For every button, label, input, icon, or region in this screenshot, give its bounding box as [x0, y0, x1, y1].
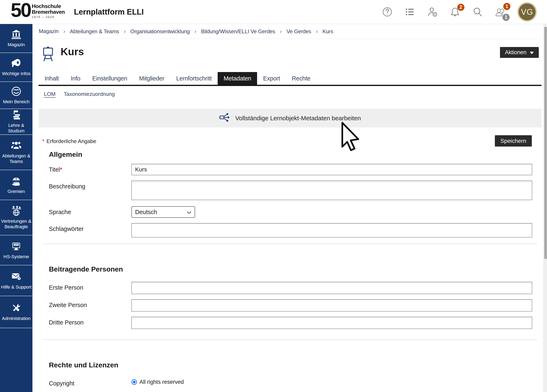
logo-line1: Hochschule	[32, 3, 65, 9]
sidebar-item-mein-bereich[interactable]: Mein Bereich	[0, 82, 33, 109]
erste-person-label: Erste Person	[39, 282, 131, 294]
zweite-person-label: Zweite Person	[39, 299, 131, 311]
edit-full-metadata-banner[interactable]: Vollständige Lernobjekt-Metadaten bearbe…	[39, 109, 541, 128]
section-divider	[43, 244, 537, 244]
breadcrumb-link[interactable]: Organisationsentwicklung	[130, 28, 190, 34]
page-title: Kurs	[61, 46, 84, 58]
sidebar-item-abteilungen-teams[interactable]: Abteilungen & Teams	[0, 135, 33, 170]
logo-50: 50	[11, 2, 31, 19]
sprache-selected-value: Deutsch	[135, 209, 157, 216]
globe-people-icon	[11, 205, 21, 216]
sidebar-item-label: Mein Bereich	[3, 99, 30, 105]
banner-label: Vollständige Lernobjekt-Metadaten bearbe…	[235, 115, 361, 122]
breadcrumb-link[interactable]: Abteilungen & Teams	[70, 28, 119, 34]
section-heading-beitragende: Beitragende Personen	[49, 265, 541, 273]
schlagwoerter-input[interactable]	[131, 223, 532, 237]
subtab-taxonomiezuordnung[interactable]: Taxonomiezuordnung	[64, 91, 115, 97]
sidebar-item-label: Hilfe & Support	[1, 284, 32, 290]
subtab-bar: LOM Taxonomiezuordnung	[44, 91, 541, 97]
sidebar-item-label: Magazin	[7, 42, 25, 48]
actions-button[interactable]: Aktionen	[500, 47, 539, 58]
logo-years: 1975 – 2025	[32, 15, 65, 19]
committee-icon	[11, 176, 21, 186]
form-row-erste-person: Erste Person	[39, 282, 541, 294]
tab-info[interactable]: Info	[65, 72, 86, 85]
required-asterisk: *	[42, 138, 44, 144]
tab-inhalt[interactable]: Inhalt	[39, 72, 65, 85]
form-row-schlagwoerter: Schlagwörter	[39, 223, 541, 237]
sidebar-item-label: Abteilungen & Teams	[0, 153, 33, 164]
form-meta-row: *Erforderliche Angabe Speichern	[39, 135, 541, 147]
user-status-icon[interactable]	[427, 7, 438, 17]
search-icon[interactable]	[472, 7, 483, 17]
help-icon[interactable]	[382, 7, 393, 17]
main-area: Magazin Abteilungen & Teams Organisation…	[33, 24, 544, 392]
breadcrumb-link[interactable]: Ve Gerdes	[287, 28, 311, 34]
save-button[interactable]: Speichern	[495, 135, 532, 147]
zweite-person-input[interactable]	[131, 299, 532, 311]
sidebar-item-label: Gremien	[7, 189, 26, 194]
breadcrumb-current[interactable]: Kurs	[322, 28, 333, 34]
hochschule-bremerhaven-logo[interactable]: 50 Hochschule Bremerhaven 1975 – 2025	[11, 2, 65, 19]
tab-einstellungen[interactable]: Einstellungen	[86, 72, 133, 85]
scrollbar-thumb[interactable]	[544, 27, 547, 259]
beschreibung-textarea[interactable]	[131, 181, 532, 200]
dritte-person-input[interactable]	[131, 317, 532, 329]
smiley-icon	[11, 86, 21, 97]
tab-bar: Inhalt Info Einstellungen Mitglieder Ler…	[39, 72, 541, 86]
sidebar-item-label: Administration	[1, 316, 31, 321]
monitor-icon	[11, 241, 21, 252]
form-row-copyright: Copyright All rights reserved	[39, 378, 541, 387]
svg-text:?: ?	[18, 277, 20, 280]
section-heading-rechte: Rechte und Lizenzen	[49, 361, 541, 369]
megaphone-icon	[11, 58, 21, 68]
tools-icon	[11, 303, 21, 313]
subtab-lom[interactable]: LOM	[44, 91, 55, 97]
tab-rechte[interactable]: Rechte	[286, 72, 316, 85]
sidebar-item-label: Vertretungen & Beauftragte	[0, 219, 33, 230]
tab-mitglieder[interactable]: Mitglieder	[133, 72, 171, 85]
sidebar-item-label: Lehre & Studium	[0, 123, 33, 134]
tab-metadaten[interactable]: Metadaten	[218, 72, 257, 85]
sidebar: Magazin Wichtige Infos Mein Bereich Lehr…	[0, 24, 33, 392]
people-group-icon	[11, 140, 21, 151]
titel-input[interactable]	[131, 164, 532, 175]
sidebar-item-vertretungen-beauftragte[interactable]: Vertretungen & Beauftragte	[0, 200, 33, 235]
contacts-icon[interactable]: 1 1	[495, 7, 506, 17]
app-window: 50 Hochschule Bremerhaven 1975 – 2025 Le…	[0, 0, 547, 392]
sidebar-item-hilfe-support[interactable]: ? Hilfe & Support	[0, 265, 33, 296]
sidebar-item-magazin[interactable]: Magazin	[0, 24, 33, 53]
form-row-zweite-person: Zweite Person	[39, 299, 541, 311]
beschreibung-label: Beschreibung	[39, 181, 131, 201]
form-row-titel: Titel*	[39, 164, 541, 175]
avatar[interactable]: VG	[517, 2, 537, 21]
sidebar-item-hs-systeme[interactable]: HS-Systeme	[0, 235, 33, 265]
sidebar-item-lehre-studium[interactable]: Lehre & Studium	[0, 109, 33, 135]
logo-line2: Bremerhaven	[32, 9, 65, 15]
schlagwoerter-label: Schlagwörter	[39, 223, 131, 237]
copyright-radio-selected[interactable]	[131, 379, 137, 385]
app-title: Lernplattform ELLI	[74, 7, 144, 16]
dritte-person-label: Dritte Person	[39, 317, 131, 329]
notifications-bell-icon[interactable]: 2	[450, 7, 460, 17]
breadcrumb-link[interactable]: Magazin	[39, 28, 59, 34]
todo-list-icon[interactable]	[404, 7, 415, 17]
scrollbar-track[interactable]	[544, 24, 547, 392]
tab-export[interactable]: Export	[257, 72, 286, 85]
sidebar-item-label: HS-Systeme	[3, 254, 29, 260]
sidebar-item-gremien[interactable]: Gremien	[0, 170, 33, 200]
sidebar-item-label: Wichtige Infos	[2, 71, 31, 77]
chevron-down-icon	[187, 209, 191, 216]
copyright-label: Copyright	[39, 378, 131, 387]
breadcrumb-link[interactable]: Bildung/Wissen/ELLI Ve Gerdes	[201, 28, 275, 34]
sidebar-item-wichtige-infos[interactable]: Wichtige Infos	[0, 53, 33, 82]
page-title-row: Kurs Aktionen	[39, 47, 541, 63]
titel-label: Titel*	[39, 164, 131, 175]
contacts-badge-gray: 1	[502, 14, 510, 21]
sidebar-item-administration[interactable]: Administration	[0, 296, 33, 328]
erste-person-input[interactable]	[131, 282, 532, 294]
required-asterisk: *	[60, 166, 62, 173]
sprache-select[interactable]: Deutsch	[131, 206, 195, 218]
section-heading-allgemein: Allgemein	[49, 150, 541, 158]
tab-lernfortschritt[interactable]: Lernfortschritt	[170, 72, 218, 85]
